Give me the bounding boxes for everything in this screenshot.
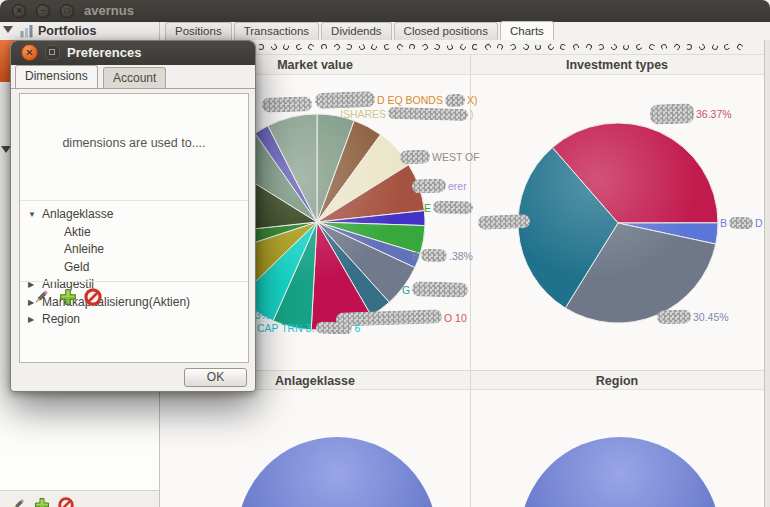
redacted-mark — [421, 43, 429, 51]
redacted-pie-label: BD 3.4% — [720, 217, 764, 229]
expander-down-icon[interactable] — [3, 26, 13, 33]
redacted-mark — [521, 43, 529, 51]
tree-row-anleihe[interactable]: Anleihe — [20, 241, 248, 259]
tree-item-label: Aktie — [64, 225, 91, 239]
redacted-pie-label: CAP TRN 3.6 — [257, 322, 360, 334]
tree-row-region[interactable]: ▶Region — [20, 311, 248, 329]
expander-down-icon[interactable]: ▼ — [28, 210, 36, 219]
redacted-mark — [384, 44, 391, 51]
pie-label-fragment: D 3.4% — [755, 217, 764, 229]
redacted-mark — [358, 43, 366, 51]
redacted-mark — [433, 43, 441, 51]
portfolios-header[interactable]: Portfolios — [0, 22, 159, 40]
icons-divider — [20, 281, 248, 282]
pie-label-fragment: E — [424, 202, 431, 214]
redaction-scribble — [315, 91, 376, 109]
dialog-restore-icon[interactable] — [45, 45, 60, 60]
redacted-pie-label: 36.37% — [650, 104, 732, 124]
tab-positions[interactable]: Positions — [165, 22, 232, 40]
pie-label-fragment: WEST OF — [432, 151, 480, 163]
redacted-mark — [446, 43, 453, 50]
redacted-pie-label: B.38% — [412, 249, 473, 262]
pie-label-fragment: 36.37% — [696, 108, 732, 120]
redaction-scribble — [388, 107, 468, 121]
dialog-tab-account[interactable]: Account — [103, 67, 166, 88]
redacted-mark — [307, 43, 315, 51]
redaction-scribble — [412, 178, 446, 193]
redacted-mark — [585, 43, 593, 51]
tree-item-label: Anleihe — [64, 242, 104, 256]
redacted-mark — [295, 43, 303, 51]
redacted-pie-label: WEST OF — [400, 150, 480, 164]
redacted-mark — [686, 44, 692, 50]
pie-label-fragment: B — [412, 250, 419, 262]
window-minimize-icon[interactable]: − — [36, 4, 50, 18]
dialog-tab-divider — [11, 88, 255, 89]
anlageklasse-pie-chart[interactable] — [237, 437, 437, 507]
tab-transactions[interactable]: Transactions — [234, 22, 319, 40]
redaction-scribble — [445, 93, 465, 107]
window-close-icon[interactable]: ✕ — [12, 4, 26, 18]
portfolios-label: Portfolios — [38, 24, 96, 38]
dimensions-panel: dimensions are used to.... ▼Anlageklasse… — [19, 93, 249, 363]
redacted-mark — [497, 43, 504, 50]
redacted-pie-label: erer — [412, 179, 467, 193]
ok-button[interactable]: OK — [184, 368, 247, 387]
redacted-mark — [458, 43, 466, 51]
redaction-scribble — [657, 309, 691, 324]
dialog-tabbar: Dimensions Account — [11, 65, 255, 88]
redacted-mark — [572, 43, 580, 51]
dialog-titlebar[interactable]: ✕ Preferences — [11, 41, 255, 65]
window-title: avernus — [84, 3, 134, 18]
redacted-mark — [258, 44, 264, 50]
tree-row-anlageklasse[interactable]: ▼Anlageklasse — [20, 206, 248, 224]
edit-pencil-icon[interactable] — [32, 288, 50, 306]
tab-closed-positions[interactable]: Closed positions — [394, 22, 498, 40]
tree-item-label: Anlageklasse — [42, 207, 113, 221]
pie-label-fragment: X) — [467, 94, 478, 106]
pie-label-fragment: 6 — [354, 322, 360, 334]
redacted-mark — [723, 43, 731, 51]
redacted-mark — [409, 44, 416, 51]
tree-item-label: Geld — [64, 260, 89, 274]
remove-block-icon[interactable] — [84, 288, 102, 306]
remove-block-icon[interactable] — [58, 497, 74, 507]
redacted-mark — [610, 43, 618, 51]
pie-label-fragment: B — [720, 217, 727, 229]
redacted-mark — [560, 43, 567, 50]
redacted-pie-label: E — [424, 201, 473, 214]
tree-row-aktie[interactable]: Aktie — [20, 224, 248, 242]
redacted-mark — [269, 43, 277, 51]
dialog-close-icon[interactable]: ✕ — [21, 44, 38, 61]
redacted-mark — [395, 43, 403, 51]
add-plus-icon[interactable] — [59, 288, 77, 306]
redacted-mark — [472, 44, 478, 50]
main-tabbar: Positions Transactions Dividends Closed … — [160, 22, 554, 40]
pie-label-fragment: G — [402, 284, 410, 296]
redacted-mark — [623, 44, 630, 51]
tab-charts[interactable]: Charts — [500, 21, 554, 40]
redacted-mark — [661, 43, 668, 50]
window-maximize-icon[interactable]: □ — [60, 4, 74, 18]
redacted-mark — [635, 43, 643, 51]
pie-label-fragment: ) — [470, 108, 474, 120]
region-pie-chart[interactable] — [520, 437, 720, 507]
chart-title-investment-types: Investment types — [470, 58, 764, 72]
pie-label-fragment: D EQ BONDS — [377, 94, 443, 106]
redaction-scribble — [400, 149, 430, 164]
redacted-mark — [346, 43, 353, 50]
tab-dividends[interactable]: Dividends — [321, 22, 392, 40]
dialog-title: Preferences — [67, 45, 141, 60]
add-plus-icon[interactable] — [34, 497, 50, 507]
edit-pencil-icon[interactable] — [10, 497, 26, 507]
redacted-mark — [698, 43, 706, 51]
expander-right-icon[interactable]: ▶ — [28, 315, 34, 324]
pie-label-fragment: 30.45% — [693, 311, 729, 323]
redacted-mark — [509, 43, 517, 51]
preferences-dialog: ✕ Preferences Dimensions Account dimensi… — [10, 40, 256, 392]
dialog-tab-dimensions[interactable]: Dimensions — [15, 65, 98, 88]
chart-title-region: Region — [470, 374, 764, 388]
window-titlebar[interactable]: ✕ − □ avernus — [0, 0, 770, 22]
dimensions-tree: ▼AnlageklasseAktieAnleiheGeld▶Anlagestil… — [20, 206, 248, 329]
tree-row-geld[interactable]: Geld — [20, 259, 248, 277]
